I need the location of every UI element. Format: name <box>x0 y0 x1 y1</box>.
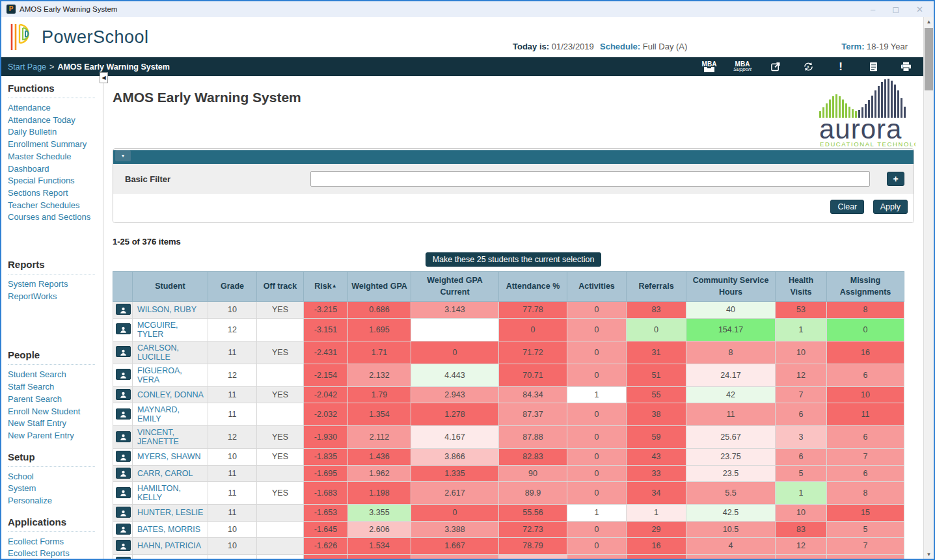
sidebar-item-teacher-schedules[interactable]: Teacher Schedules <box>8 200 103 212</box>
sidebar-item-school[interactable]: School <box>8 471 103 483</box>
student-link[interactable]: HAMILTON, KELLY <box>137 484 181 502</box>
student-link[interactable]: HAHN, PATRICIA <box>137 541 201 550</box>
student-profile-button[interactable] <box>116 389 131 400</box>
student-profile-button[interactable] <box>116 323 131 334</box>
student-link[interactable]: HUNTER, LESLIE <box>137 508 203 517</box>
sidebar-item-attendance-today[interactable]: Attendance Today <box>8 114 103 127</box>
student-profile-button[interactable] <box>116 304 131 315</box>
sidebar-item-student-search[interactable]: Student Search <box>8 369 103 381</box>
sidebar-item-enroll-new-student[interactable]: Enroll New Student <box>8 406 103 418</box>
basic-filter-input[interactable] <box>310 171 870 187</box>
student-profile-button[interactable] <box>116 369 131 380</box>
weighted-gpa-current-cell: 1.667 <box>411 538 499 555</box>
attendance-cell: 72.73 <box>499 521 567 538</box>
student-profile-button[interactable] <box>116 451 131 462</box>
sidebar-item-ecollect-forms[interactable]: Ecollect Forms <box>8 536 103 548</box>
filter-collapse-button[interactable]: ▾ <box>115 150 131 161</box>
sidebar-item-master-schedule[interactable]: Master Schedule <box>8 151 103 163</box>
weighted-gpa-cell: 1.354 <box>348 403 411 426</box>
sidebar-item-reportworks[interactable]: ReportWorks <box>8 291 103 303</box>
scrollbar-thumb[interactable] <box>925 28 933 90</box>
column-header-icon[interactable] <box>113 272 133 302</box>
sidebar-item-staff-search[interactable]: Staff Search <box>8 381 103 393</box>
sidebar-item-ecollect-reports[interactable]: Ecollect Reports <box>8 548 103 560</box>
student-link[interactable]: MYERS, SHAWN <box>137 452 200 461</box>
sidebar-collapse-handle[interactable]: ◀ <box>100 76 108 83</box>
student-profile-button[interactable] <box>116 468 131 479</box>
alert-icon[interactable]: ! <box>832 61 849 73</box>
student-profile-button[interactable] <box>116 557 131 560</box>
student-link[interactable]: MCGUIRE, TYLER <box>137 321 178 339</box>
powerschool-logo[interactable]: PowerSchool <box>9 22 149 52</box>
sidebar-item-system[interactable]: System <box>8 483 103 495</box>
student-link[interactable]: FIGUEROA, VERA <box>137 366 182 384</box>
svg-text:a: a <box>806 64 809 69</box>
student-link[interactable]: CARLSON, LUCILLE <box>137 343 179 362</box>
column-header-health-visits[interactable]: Health Visits <box>776 272 827 302</box>
apply-button[interactable]: Apply <box>873 200 908 214</box>
student-profile-button[interactable] <box>116 346 131 357</box>
sidebar-item-enrollment-summary[interactable]: Enrollment Summary <box>8 139 103 151</box>
activities-cell: 0 <box>567 426 627 449</box>
column-header-student[interactable]: Student <box>133 272 208 302</box>
mba-icon[interactable]: MBA <box>701 61 718 72</box>
sidebar-item-personalize[interactable]: Personalize <box>8 495 103 507</box>
aurora-logo-image: aurora EDUCATIONAL TECHNOLOGY <box>818 77 915 148</box>
risk-cell: -2.431 <box>304 341 348 364</box>
column-header-weighted-gpa-current[interactable]: Weighted GPA Current <box>411 272 499 302</box>
print-icon[interactable] <box>897 62 914 72</box>
student-profile-button[interactable] <box>116 540 131 551</box>
add-filter-button[interactable]: + <box>887 172 904 186</box>
sidebar-item-sections-report[interactable]: Sections Report <box>8 187 103 200</box>
sidebar-item-special-functions[interactable]: Special Functions <box>8 175 103 187</box>
column-header-missing-assignments[interactable]: Missing Assignments <box>827 272 904 302</box>
student-profile-button[interactable] <box>116 408 131 420</box>
sidebar-item-daily-bulletin[interactable]: Daily Bulletin <box>8 126 103 139</box>
clear-button[interactable]: Clear <box>830 200 864 214</box>
health-visits-cell: 10 <box>776 505 827 522</box>
student-link[interactable]: CONLEY, DONNA <box>137 390 204 399</box>
sidebar-item-courses-and-sections[interactable]: Courses and Sections <box>8 211 103 224</box>
make-selection-button[interactable]: Make these 25 students the current selec… <box>426 252 602 267</box>
student-profile-button[interactable] <box>116 507 131 518</box>
sidebar-item-parent-search[interactable]: Parent Search <box>8 393 103 406</box>
sidebar-item-dashboard[interactable]: Dashboard <box>8 163 103 176</box>
student-link[interactable]: CARR, CAROL <box>137 469 193 478</box>
missing-assignments-cell: 15 <box>827 505 904 522</box>
activities-cell: 0 <box>567 449 627 466</box>
student-profile-button[interactable] <box>116 487 131 498</box>
column-header-referrals[interactable]: Referrals <box>627 272 686 302</box>
column-header-attendance-[interactable]: Attendance % <box>499 272 567 302</box>
close-button[interactable]: ✕ <box>916 5 923 14</box>
vertical-scrollbar[interactable]: ▲ ▼ <box>923 17 934 560</box>
student-profile-button[interactable] <box>116 431 131 442</box>
language-icon[interactable]: a <box>800 62 817 72</box>
minimize-button[interactable]: – <box>871 5 875 14</box>
column-header-community-service-hours[interactable]: Community Service Hours <box>686 272 776 302</box>
sidebar-item-new-parent-entry[interactable]: New Parent Entry <box>8 430 103 442</box>
sidebar-item-new-staff-entry[interactable]: New Staff Entry <box>8 418 103 430</box>
referrals-cell: 83 <box>627 302 686 319</box>
column-header-risk[interactable]: Risk▲ <box>304 272 348 302</box>
maximize-button[interactable]: ◻ <box>892 5 899 14</box>
scroll-up-arrow[interactable]: ▲ <box>924 17 934 27</box>
sidebar-item-system-reports[interactable]: System Reports <box>8 278 103 291</box>
mba-support-icon[interactable]: MBASupport <box>733 61 752 72</box>
term-info: Term: 18-19 Year <box>841 42 908 51</box>
student-link[interactable]: BATES, MORRIS <box>137 525 200 534</box>
column-header-grade[interactable]: Grade <box>208 272 257 302</box>
student-link[interactable]: MAYNARD, EMILY <box>137 405 180 423</box>
student-profile-button[interactable] <box>116 524 131 535</box>
sidebar-item-attendance[interactable]: Attendance <box>8 102 103 114</box>
community-service-hours-cell: 40 <box>686 302 776 319</box>
breadcrumb-start-page-link[interactable]: Start Page <box>8 62 46 72</box>
column-header-activities[interactable]: Activities <box>567 272 627 302</box>
community-service-hours-cell: 23.75 <box>686 449 776 466</box>
student-link[interactable]: WILSON, RUBY <box>137 305 196 314</box>
column-header-off-track[interactable]: Off track <box>257 272 304 302</box>
column-header-weighted-gpa[interactable]: Weighted GPA <box>348 272 411 302</box>
external-link-icon[interactable] <box>767 62 784 72</box>
report-icon[interactable] <box>865 62 882 72</box>
scroll-down-arrow[interactable]: ▼ <box>924 550 934 560</box>
student-link[interactable]: VINCENT, JEANETTE <box>137 428 179 446</box>
